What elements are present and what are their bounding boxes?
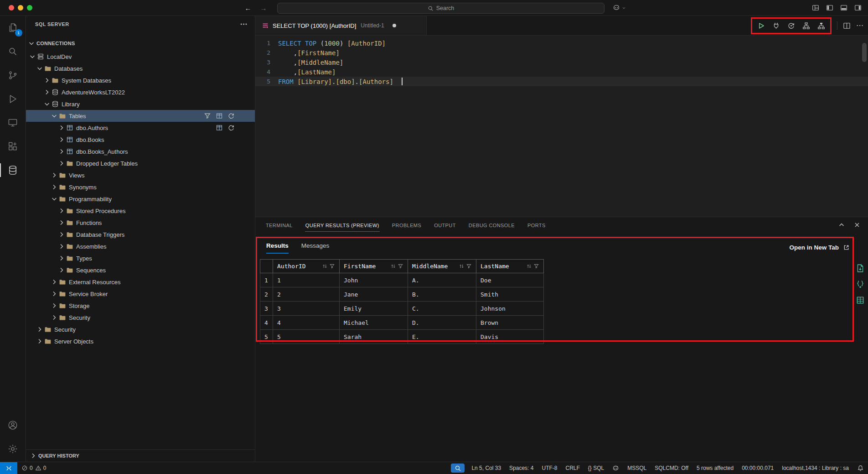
grid-column-header-middlename[interactable]: MiddleName [408, 260, 476, 273]
save-as-excel-button[interactable] [856, 296, 865, 305]
close-window-button[interactable] [9, 5, 14, 10]
chevron-right-icon[interactable] [58, 231, 65, 238]
tree-item-synonyms[interactable]: Synonyms [26, 181, 255, 193]
tree-item-sequences[interactable]: Sequences [26, 264, 255, 276]
table-icon[interactable] [216, 124, 223, 131]
tree-item-external-resources[interactable]: External Resources [26, 276, 255, 288]
grid-cell[interactable]: Johnson [476, 302, 544, 316]
estimated-plan-button[interactable] [802, 22, 810, 30]
chevron-right-icon[interactable] [51, 290, 58, 297]
filter-icon[interactable] [329, 263, 335, 269]
code-line-5[interactable]: 5FROM [Library].[dbo].[Authors] [255, 77, 868, 86]
chevron-down-icon[interactable] [43, 100, 51, 108]
chevron-right-icon[interactable] [36, 326, 43, 333]
tree-item-dbo-books-authors[interactable]: dbo.Books_Authors [26, 146, 255, 157]
filter-icon[interactable] [466, 263, 472, 269]
connections-section-header[interactable]: CONNECTIONS [26, 38, 255, 49]
panel-tab-terminal[interactable]: TERMINAL [265, 218, 293, 232]
status-end-of-line[interactable]: CRLF [561, 462, 584, 474]
table-icon[interactable] [216, 112, 223, 120]
save-as-csv-button[interactable] [856, 264, 865, 273]
tree-item-types[interactable]: Types [26, 252, 255, 264]
grid-cell[interactable]: 5 [273, 330, 340, 344]
status-rows-affected[interactable]: 5 rows affected [692, 462, 738, 474]
problems-status-button[interactable]: 0 0 [17, 462, 50, 474]
grid-cell[interactable]: Jane [340, 287, 408, 302]
code-line-1[interactable]: 1SELECT TOP (1000) [AuthorID] [255, 38, 868, 48]
panel-tab-debug-console[interactable]: DEBUG CONSOLE [468, 218, 515, 232]
status-indentation[interactable]: Spaces: 4 [505, 462, 537, 474]
grid-cell[interactable]: 3 [273, 302, 340, 316]
chevron-right-icon[interactable] [58, 207, 65, 214]
grid-corner-cell[interactable] [260, 260, 273, 273]
sort-icon[interactable] [390, 263, 396, 269]
row-number-cell[interactable]: 4 [260, 316, 273, 330]
tree-item-service-broker[interactable]: Service Broker [26, 288, 255, 300]
grid-cell[interactable]: Davis [476, 330, 544, 344]
chevron-down-icon[interactable] [51, 195, 58, 203]
status-connection-provider[interactable]: MSSQL [623, 462, 651, 474]
tree-item-programmability[interactable]: Programmability [26, 193, 255, 205]
chevron-right-icon[interactable] [51, 172, 58, 179]
sort-icon[interactable] [322, 263, 328, 269]
grid-column-header-firstname[interactable]: FirstName [340, 260, 408, 273]
toggle-primary-sidebar-icon[interactable] [826, 4, 833, 11]
split-editor-button[interactable] [843, 22, 851, 30]
customize-layout-icon[interactable] [812, 4, 819, 11]
tree-item-security[interactable]: Security [26, 312, 255, 323]
activity-bar-item-remote-explorer[interactable] [0, 111, 26, 135]
chevron-right-icon[interactable] [58, 136, 65, 143]
chevron-right-icon[interactable] [43, 89, 51, 96]
editor-tab-untitled-1[interactable]: SELECT TOP (1000) [AuthorID] Untitled-1 [255, 16, 427, 35]
query-history-section-header[interactable]: QUERY HISTORY [26, 449, 255, 462]
refresh-icon[interactable] [227, 124, 235, 131]
chevron-down-icon[interactable] [51, 112, 58, 120]
tree-item-databases[interactable]: Databases [26, 63, 255, 74]
panel-tab-ports[interactable]: PORTS [527, 218, 546, 232]
activity-bar-item-search[interactable] [0, 40, 26, 63]
chevron-right-icon[interactable] [51, 314, 58, 321]
tree-item-dropped-ledger-tables[interactable]: Dropped Ledger Tables [26, 157, 255, 169]
chevron-right-icon[interactable] [51, 278, 58, 286]
tree-item-server-objects[interactable]: Server Objects [26, 335, 255, 347]
more-actions-button[interactable]: ⋯ [856, 22, 863, 29]
open-in-new-tab-button[interactable]: Open in New Tab [789, 244, 850, 254]
row-number-cell[interactable]: 3 [260, 302, 273, 316]
grid-cell[interactable]: E. [408, 330, 476, 344]
results-tab-results[interactable]: Results [266, 242, 289, 254]
chevron-right-icon[interactable] [51, 302, 58, 309]
row-number-cell[interactable]: 1 [260, 273, 273, 287]
actual-plan-button[interactable] [817, 22, 825, 30]
status-query-duration[interactable]: 00:00:00.071 [738, 462, 778, 474]
status-notifications[interactable] [853, 462, 868, 474]
chevron-right-icon[interactable] [43, 77, 51, 84]
activity-bar-item-manage[interactable] [0, 437, 26, 461]
code-line-3[interactable]: 3 ,[MiddleName] [255, 57, 868, 67]
chevron-down-icon[interactable] [29, 53, 36, 60]
chevron-down-icon[interactable] [36, 65, 43, 72]
activity-bar-item-run-and-debug[interactable] [0, 87, 26, 111]
chevron-right-icon[interactable] [51, 183, 58, 191]
grid-cell[interactable]: 4 [273, 316, 340, 330]
code-line-2[interactable]: 2 ,[FirstName] [255, 48, 868, 57]
sidebar-more-actions-button[interactable]: ⋯ [240, 21, 248, 28]
zoom-indicator[interactable] [451, 464, 465, 473]
chevron-right-icon[interactable] [58, 124, 65, 131]
activity-bar-item-accounts[interactable] [0, 413, 26, 437]
grid-cell[interactable]: B. [408, 287, 476, 302]
activity-bar-item-extensions[interactable] [0, 135, 26, 158]
tree-item-security[interactable]: Security [26, 323, 255, 335]
navigate-back-button[interactable]: ← [243, 3, 253, 12]
sort-icon[interactable] [526, 263, 532, 269]
panel-maximize-button[interactable] [838, 221, 845, 229]
command-center-search[interactable]: Search [277, 3, 604, 14]
grid-cell[interactable]: Brown [476, 316, 544, 330]
minimize-window-button[interactable] [18, 5, 23, 10]
chevron-right-icon[interactable] [58, 148, 65, 155]
grid-cell[interactable]: Emily [340, 302, 408, 316]
chevron-right-icon[interactable] [36, 338, 43, 345]
navigate-forward-button[interactable]: → [259, 3, 268, 12]
panel-tab-query-results-preview[interactable]: QUERY RESULTS (PREVIEW) [305, 218, 380, 232]
toggle-secondary-sidebar-icon[interactable] [854, 4, 862, 11]
row-number-cell[interactable]: 2 [260, 287, 273, 302]
